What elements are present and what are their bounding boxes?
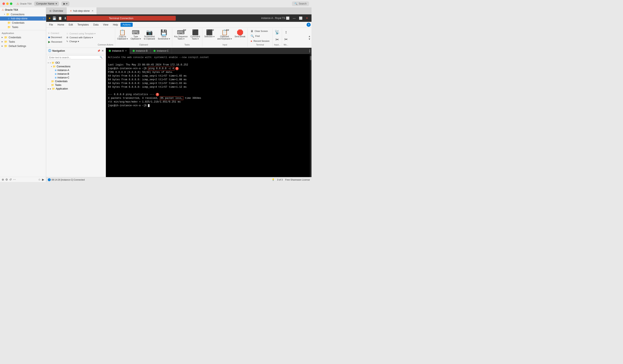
- nav-item-instance-c[interactable]: 🖥 instance-C: [46, 76, 106, 80]
- sidebar-connections-label: Connections: [11, 13, 24, 16]
- ribbon-btn-send-break[interactable]: 🛑 Send Break: [233, 29, 247, 39]
- term-scrollbar-thumb[interactable]: [310, 56, 312, 60]
- titlebar-right: instance-A - Royal TS: [176, 17, 285, 20]
- ribbon-btn-cut2[interactable]: ✂: [283, 36, 289, 43]
- ribbon-btn-find[interactable]: 🔍 Find: [249, 34, 271, 38]
- menu-help[interactable]: Help: [111, 23, 120, 27]
- ribbon-common-btns: ▶ Connect ■ Disconnect ▶ Reconnect: [47, 29, 64, 46]
- save-icon[interactable]: 💾: [52, 16, 56, 20]
- tab-close-icon[interactable]: ✕: [92, 10, 93, 12]
- maximize-win-button[interactable]: ⬜: [298, 17, 303, 20]
- ribbon-btn-clear-screen[interactable]: 🖥 Clear Screen: [249, 29, 271, 33]
- sidebar-item-default-settings[interactable]: ▶ 📁 Default Settings: [0, 44, 46, 48]
- nav-close-icon[interactable]: ✕: [102, 49, 104, 52]
- settings-icon[interactable]: ⚙: [5, 178, 8, 181]
- sidebar-item-tasks[interactable]: 📁 Tasks: [0, 25, 46, 29]
- nav-item-application-row[interactable]: ▶ ▶ 📁 Application: [46, 87, 106, 91]
- nav-item-instance-a[interactable]: 🖥 instance-A: [46, 68, 106, 72]
- nav-item-connections-row[interactable]: ▾ 📁 Connections: [46, 65, 106, 68]
- minimize-win-button[interactable]: —: [292, 17, 296, 20]
- ribbon-group-terminal: 🖥 Clear Screen 🔍 Find ● Record Session: [248, 28, 272, 47]
- term-scroll-up-icon[interactable]: ▲: [309, 49, 311, 51]
- term-tab-instance-b[interactable]: instance-B: [130, 48, 151, 54]
- ribbon-btn-command-tasks[interactable]: ⬛ CommandTasks ▾: [189, 29, 201, 41]
- menu-templates[interactable]: Templates: [75, 23, 91, 27]
- ribbon-btn-save-screenshot[interactable]: 💾 SaveScreenshot ▾: [156, 29, 171, 41]
- restore-button[interactable]: ⬜: [285, 17, 290, 20]
- oci-folder-icon: 📁: [51, 61, 55, 64]
- menu-data[interactable]: Data: [91, 23, 101, 27]
- ribbon-btn-connect-options[interactable]: ⚙ Connect with Options ▾: [65, 36, 97, 39]
- ribbon-btn-screenshot-clipboard[interactable]: 📷 Screenshotto Clipboard: [143, 29, 156, 41]
- find-label: Find: [255, 35, 260, 37]
- tab-hub-step-stone[interactable]: ✕ hub-step-stone ✕: [67, 7, 97, 14]
- status-license: Free Shareware License: [285, 178, 310, 181]
- nav-item-oci-row[interactable]: ▾ ▾ 📁 OCI: [46, 61, 106, 65]
- clipboard-icon[interactable]: 📋: [58, 16, 62, 20]
- star-icon[interactable]: ☆: [38, 178, 41, 181]
- ribbon-btn-clipboard-keyboard[interactable]: 📋 AW Clipboardand Keyboard ▾: [216, 29, 233, 41]
- nav-search-box[interactable]: 🔍: [48, 55, 104, 59]
- close-button[interactable]: [2, 2, 5, 5]
- sidebar-item-connections[interactable]: ▾ 📁 Connections: [0, 12, 46, 17]
- nav-instance-b-label: instance-B: [57, 72, 69, 75]
- ribbon-btn-connect-template[interactable]: ⚙ Connect using Template ▾: [65, 32, 97, 35]
- computer-name-nav[interactable]: Computer Name ▾: [34, 1, 59, 6]
- menu-bar: File Home Edit Templates Data View Help …: [46, 22, 312, 28]
- ribbon-scroll-down[interactable]: ▼: [308, 38, 311, 41]
- ribbon-btn-cut[interactable]: ✂: [273, 36, 281, 43]
- copy-clipboard-label: Copy toClipboard ▾: [117, 35, 128, 40]
- ribbon-btn-copy-clipboard[interactable]: 📋 Copy toClipboard ▾: [116, 29, 129, 41]
- folder-icon-2: 📁: [7, 21, 11, 24]
- menu-file[interactable]: File: [47, 23, 55, 27]
- tab-overview[interactable]: ⊞ Overview: [46, 7, 67, 14]
- minimize-button[interactable]: [6, 2, 9, 5]
- term-scroll-down-icon[interactable]: ▼: [309, 51, 311, 53]
- maximize-button[interactable]: [10, 2, 12, 5]
- term-tab-instance-a[interactable]: instance-A ✕: [106, 48, 130, 54]
- nav-item-tasks-row[interactable]: 📁 Tasks: [46, 83, 106, 87]
- ribbon-btn-key-sequence[interactable]: ⌨ AW Key SequenceTasks ▾: [173, 29, 189, 41]
- sidebar-item-app-tasks[interactable]: ▶ 📁 Tasks: [0, 40, 46, 44]
- term-tab-instance-c[interactable]: instance-C: [151, 48, 172, 54]
- add-icon[interactable]: ⊕: [2, 178, 4, 181]
- menu-actions[interactable]: Actions: [121, 23, 133, 27]
- menu-view[interactable]: View: [101, 23, 111, 27]
- ribbon-btn-selection[interactable]: ⬛ AW Selection ▾: [203, 29, 216, 39]
- term-line-login: Last login: Thu May 23 08:09:45 2024 fro…: [108, 63, 310, 67]
- ribbon-btn-scroll[interactable]: ↕: [283, 29, 289, 35]
- ribbon-btn-record-session[interactable]: ● Record Session: [249, 39, 271, 43]
- sidebar-item-app-credentials[interactable]: ▶ 📁 Credentials: [0, 35, 46, 40]
- ribbon-btn-change[interactable]: ✎ Change ▾: [65, 40, 97, 43]
- sidebar-item-credentials[interactable]: 📁 Credentials: [0, 21, 46, 25]
- nav-item-instance-b[interactable]: 🖥 instance-B: [46, 72, 106, 76]
- ribbon-btn-disconnect[interactable]: ■ Disconnect: [47, 35, 64, 39]
- change-icon: ✎: [66, 40, 68, 43]
- terminal-content[interactable]: Activate the web console with: systemctl…: [106, 54, 312, 177]
- screenshot-clipboard-icon: 📷: [146, 30, 153, 35]
- nav-item-credentials-row[interactable]: 📁 Credentials: [46, 80, 106, 83]
- more-icon[interactable]: ⋯: [13, 178, 16, 181]
- nav-search-input[interactable]: [49, 56, 100, 59]
- play-nav[interactable]: ▶ ▾: [61, 1, 69, 6]
- ribbon-btn-connect[interactable]: ▶ Connect: [47, 31, 64, 35]
- help-icon[interactable]: ?: [307, 23, 311, 27]
- ribbon-btn-reconnect[interactable]: ▶ Reconnect: [47, 40, 64, 44]
- down-icon[interactable]: ⬇: [64, 16, 67, 20]
- inner-titlebar: ● 💾 📋 ⬇ Terminal Connection instance-A -…: [46, 14, 312, 22]
- ribbon-scroll-up[interactable]: ▲: [308, 35, 311, 38]
- nav-pin-icon[interactable]: 📌: [97, 49, 100, 52]
- folder-icon-4: 📁: [4, 36, 7, 39]
- ribbon-btn-type-clipboard[interactable]: ⌨ TypeClipboard ▾: [129, 29, 142, 41]
- sync-icon: ⬆: [43, 18, 44, 20]
- menu-edit[interactable]: Edit: [67, 23, 75, 27]
- global-search[interactable]: 🔍 Search: [292, 1, 309, 6]
- term-tab-a-close[interactable]: ✕: [125, 50, 127, 52]
- sync-icon-2[interactable]: ↺: [9, 178, 12, 181]
- menu-home[interactable]: Home: [55, 23, 66, 27]
- close-win-button[interactable]: ✕: [305, 17, 309, 20]
- sidebar-item-hub-step-stone[interactable]: 🖥 hub-step-stone ⬆: [0, 17, 46, 21]
- play-icon-2[interactable]: ▶: [42, 178, 44, 181]
- ribbon-btn-broadcast[interactable]: 📡: [273, 29, 281, 35]
- conn-folder-icon: 📁: [53, 65, 56, 68]
